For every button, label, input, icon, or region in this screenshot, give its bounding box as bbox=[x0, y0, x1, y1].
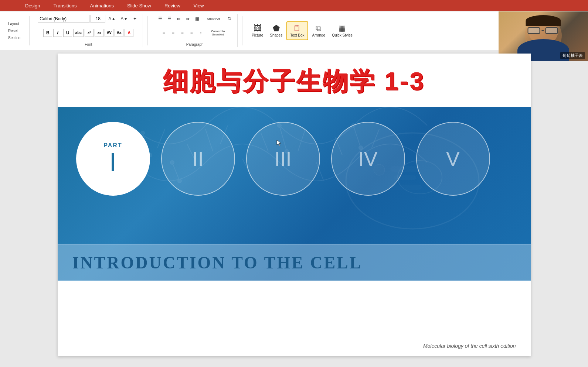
font-section-label: Font bbox=[85, 42, 92, 47]
font-size-input[interactable] bbox=[91, 15, 105, 23]
text-box-label: Text Box bbox=[290, 33, 304, 37]
subscript-button[interactable]: x₂ bbox=[95, 29, 103, 37]
ribbon: Design Transitions Animations Slide Show… bbox=[0, 0, 588, 50]
shapes-label: Shapes bbox=[270, 33, 282, 37]
divider-3 bbox=[242, 16, 242, 45]
webcam-username: 葡萄柚子酱 bbox=[560, 52, 585, 59]
line-spacing-button[interactable]: ↕ bbox=[197, 29, 205, 37]
arrange-label: Arrange bbox=[312, 33, 326, 37]
left-panel-labels: Layout Reset Section bbox=[4, 20, 25, 42]
bold-button[interactable]: B bbox=[43, 29, 52, 37]
part-number-4: IV bbox=[358, 148, 378, 169]
circle-part-1: PART I bbox=[76, 122, 150, 196]
slide-blue-section: PART I II III IV V bbox=[58, 107, 531, 281]
numbered-list-button[interactable]: ☰ bbox=[165, 15, 173, 23]
align-left-button[interactable]: ≡ bbox=[160, 29, 168, 37]
paragraph-section: ☰ ☰ ⇐ ⇒ ▦ SmartArt ⇅ ≡ ≡ ≡ ≡ ↕ Convert t… bbox=[152, 14, 238, 47]
ribbon-content: Layout Reset Section A▲ A▼ ✦ B I U abc x… bbox=[0, 11, 588, 50]
arrange-button[interactable]: ⧉ Arrange bbox=[310, 23, 328, 39]
font-color-button[interactable]: A bbox=[125, 29, 133, 37]
tab-slideshow[interactable]: Slide Show bbox=[124, 1, 154, 10]
text-box-button[interactable]: 🗒 Text Box bbox=[286, 21, 308, 40]
shapes-button[interactable]: ⬟ Shapes bbox=[267, 23, 285, 39]
tab-design[interactable]: Design bbox=[22, 1, 43, 10]
italic-button[interactable]: I bbox=[53, 29, 62, 37]
tab-view[interactable]: View bbox=[191, 1, 207, 10]
quick-styles-button[interactable]: ▦ Quick Styles bbox=[329, 23, 355, 39]
tab-review[interactable]: Review bbox=[162, 1, 183, 10]
para-row-2: ≡ ≡ ≡ ≡ ↕ Convert to SmartArt bbox=[160, 29, 230, 37]
reset-button[interactable]: Reset bbox=[6, 28, 23, 34]
text-direction-button[interactable]: ⇅ bbox=[225, 15, 234, 23]
insert-section: 🖼 Picture ⬟ Shapes 🗒 Text Box ⧉ Arrange … bbox=[247, 20, 357, 42]
strikethrough-button[interactable]: abc bbox=[73, 29, 84, 37]
slide-canvas[interactable]: 细胞与分子生物学 1-3 bbox=[58, 54, 531, 356]
part-number-1: I bbox=[109, 149, 116, 175]
slide-white-bottom: Molecular biology of the cell sixth edit… bbox=[58, 281, 531, 356]
smartart-button[interactable]: SmartArt bbox=[202, 15, 224, 23]
slide-area: 细胞与分子生物学 1-3 bbox=[0, 50, 588, 367]
circle-part-5: V bbox=[416, 122, 490, 196]
circle-part-4: IV bbox=[331, 122, 405, 196]
paragraph-section-label: Paragraph bbox=[186, 42, 204, 47]
convert-smartart-button[interactable]: Convert to SmartArt bbox=[206, 29, 230, 37]
picture-icon: 🖼 bbox=[254, 24, 262, 32]
intro-bar: INTRODUCTION TO THE CELL bbox=[58, 244, 531, 281]
part-number-3: III bbox=[274, 148, 292, 169]
increase-indent-button[interactable]: ⇒ bbox=[184, 15, 192, 23]
superscript-button[interactable]: x² bbox=[85, 29, 94, 37]
para-row-1: ☰ ☰ ⇐ ⇒ ▦ SmartArt ⇅ bbox=[156, 15, 234, 23]
picture-button[interactable]: 🖼 Picture bbox=[249, 23, 266, 39]
decrease-font-button[interactable]: A▼ bbox=[119, 15, 130, 23]
align-right-button[interactable]: ≡ bbox=[178, 29, 186, 37]
font-row-1: A▲ A▼ ✦ bbox=[38, 15, 139, 23]
layout-button[interactable]: Layout bbox=[6, 21, 23, 27]
ribbon-tab-bar: Design Transitions Animations Slide Show… bbox=[0, 0, 588, 11]
text-box-icon: 🗒 bbox=[293, 24, 301, 32]
decrease-indent-button[interactable]: ⇐ bbox=[174, 15, 183, 23]
intro-text: INTRODUCTION TO THE CELL bbox=[72, 253, 363, 272]
underline-button[interactable]: U bbox=[63, 29, 72, 37]
char-spacing-button[interactable]: AV bbox=[105, 29, 113, 37]
tab-animations[interactable]: Animations bbox=[87, 1, 117, 10]
clear-format-button[interactable]: ✦ bbox=[131, 15, 139, 23]
section-button[interactable]: Section bbox=[6, 35, 23, 41]
part-number-5: V bbox=[446, 148, 460, 169]
shapes-icon: ⬟ bbox=[273, 24, 280, 32]
divider-2 bbox=[147, 16, 148, 45]
font-name-input[interactable] bbox=[38, 15, 89, 23]
text-case-button[interactable]: Aa bbox=[115, 29, 123, 37]
font-section: A▲ A▼ ✦ B I U abc x² x₂ AV Aa A Font bbox=[34, 14, 143, 47]
quick-styles-label: Quick Styles bbox=[332, 33, 353, 37]
divider-1 bbox=[29, 16, 30, 45]
quick-styles-icon: ▦ bbox=[338, 24, 346, 32]
align-center-button[interactable]: ≡ bbox=[169, 29, 177, 37]
chinese-title: 细胞与分子生物学 1-3 bbox=[163, 65, 425, 98]
book-credit: Molecular biology of the cell sixth edit… bbox=[423, 343, 516, 349]
align-justify-button[interactable]: ≡ bbox=[187, 29, 196, 37]
circle-part-2: II bbox=[161, 122, 235, 196]
circle-part-3: III bbox=[246, 122, 320, 196]
picture-label: Picture bbox=[252, 33, 263, 37]
part-number-2: II bbox=[192, 148, 204, 169]
tab-transitions[interactable]: Transitions bbox=[50, 1, 79, 10]
increase-font-button[interactable]: A▲ bbox=[106, 15, 118, 23]
arrange-icon: ⧉ bbox=[316, 24, 322, 32]
columns-button[interactable]: ▦ bbox=[193, 15, 201, 23]
bullet-list-button[interactable]: ☰ bbox=[156, 15, 164, 23]
circles-row: PART I II III IV V bbox=[76, 122, 512, 196]
font-row-2: B I U abc x² x₂ AV Aa A bbox=[43, 29, 133, 37]
